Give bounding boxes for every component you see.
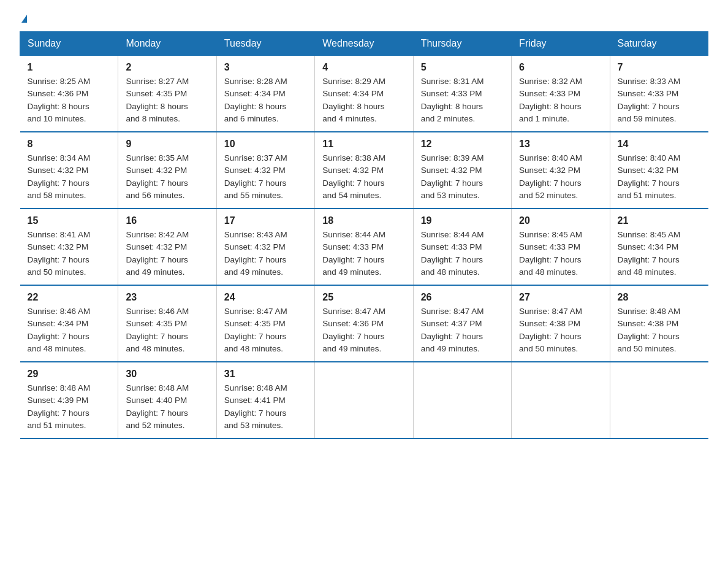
calendar-cell: 14Sunrise: 8:40 AMSunset: 4:32 PMDayligh… <box>610 132 708 209</box>
day-info: Sunrise: 8:46 AMSunset: 4:35 PMDaylight:… <box>126 305 208 355</box>
day-info: Sunrise: 8:29 AMSunset: 4:34 PMDaylight:… <box>322 75 405 125</box>
day-number: 29 <box>28 369 111 380</box>
day-number: 26 <box>421 292 504 303</box>
day-number: 21 <box>618 215 701 226</box>
calendar-cell: 6Sunrise: 8:32 AMSunset: 4:33 PMDaylight… <box>512 56 610 132</box>
day-number: 11 <box>322 139 405 150</box>
calendar-cell: 8Sunrise: 8:34 AMSunset: 4:32 PMDaylight… <box>20 132 118 209</box>
calendar-cell: 26Sunrise: 8:47 AMSunset: 4:37 PMDayligh… <box>413 285 511 362</box>
day-info: Sunrise: 8:28 AMSunset: 4:34 PMDaylight:… <box>224 75 307 125</box>
calendar-cell: 2Sunrise: 8:27 AMSunset: 4:35 PMDaylight… <box>118 56 216 132</box>
day-number: 23 <box>126 292 208 303</box>
week-row: 29Sunrise: 8:48 AMSunset: 4:39 PMDayligh… <box>20 362 708 439</box>
day-info: Sunrise: 8:43 AMSunset: 4:32 PMDaylight:… <box>224 229 307 278</box>
day-number: 20 <box>519 215 602 226</box>
calendar-cell: 29Sunrise: 8:48 AMSunset: 4:39 PMDayligh… <box>20 362 118 439</box>
day-info: Sunrise: 8:37 AMSunset: 4:32 PMDaylight:… <box>224 152 307 202</box>
calendar-cell: 10Sunrise: 8:37 AMSunset: 4:32 PMDayligh… <box>216 132 314 209</box>
day-number: 5 <box>421 62 504 73</box>
day-info: Sunrise: 8:48 AMSunset: 4:39 PMDaylight:… <box>28 382 111 432</box>
day-number: 9 <box>126 139 208 150</box>
calendar-cell: 12Sunrise: 8:39 AMSunset: 4:32 PMDayligh… <box>413 132 511 209</box>
day-info: Sunrise: 8:39 AMSunset: 4:32 PMDaylight:… <box>421 152 504 202</box>
calendar-cell: 18Sunrise: 8:44 AMSunset: 4:33 PMDayligh… <box>315 209 413 285</box>
calendar-cell: 22Sunrise: 8:46 AMSunset: 4:34 PMDayligh… <box>20 285 118 362</box>
calendar-cell: 21Sunrise: 8:45 AMSunset: 4:34 PMDayligh… <box>610 209 708 285</box>
day-info: Sunrise: 8:33 AMSunset: 4:33 PMDaylight:… <box>618 75 701 125</box>
calendar-cell: 1Sunrise: 8:25 AMSunset: 4:36 PMDaylight… <box>20 56 118 132</box>
day-info: Sunrise: 8:44 AMSunset: 4:33 PMDaylight:… <box>322 229 405 278</box>
calendar-cell: 9Sunrise: 8:35 AMSunset: 4:32 PMDaylight… <box>118 132 216 209</box>
day-info: Sunrise: 8:45 AMSunset: 4:34 PMDaylight:… <box>618 229 701 278</box>
day-number: 28 <box>618 292 701 303</box>
day-info: Sunrise: 8:40 AMSunset: 4:32 PMDaylight:… <box>618 152 701 202</box>
day-number: 10 <box>224 139 307 150</box>
day-info: Sunrise: 8:25 AMSunset: 4:36 PMDaylight:… <box>28 75 111 125</box>
day-number: 19 <box>421 215 504 226</box>
calendar-cell: 15Sunrise: 8:41 AMSunset: 4:32 PMDayligh… <box>20 209 118 285</box>
day-info: Sunrise: 8:47 AMSunset: 4:35 PMDaylight:… <box>224 305 307 355</box>
calendar-cell: 30Sunrise: 8:48 AMSunset: 4:40 PMDayligh… <box>118 362 216 439</box>
calendar-cell: 7Sunrise: 8:33 AMSunset: 4:33 PMDaylight… <box>610 56 708 132</box>
day-number: 4 <box>322 62 405 73</box>
day-info: Sunrise: 8:48 AMSunset: 4:38 PMDaylight:… <box>618 305 701 355</box>
calendar-cell: 27Sunrise: 8:47 AMSunset: 4:38 PMDayligh… <box>512 285 610 362</box>
calendar-cell <box>512 362 610 439</box>
day-number: 16 <box>126 215 208 226</box>
day-number: 31 <box>224 369 307 380</box>
weekday-header-friday: Friday <box>512 32 610 56</box>
day-info: Sunrise: 8:32 AMSunset: 4:33 PMDaylight:… <box>519 75 602 125</box>
weekday-header-tuesday: Tuesday <box>216 32 314 56</box>
day-number: 27 <box>519 292 602 303</box>
calendar-cell: 4Sunrise: 8:29 AMSunset: 4:34 PMDaylight… <box>315 56 413 132</box>
day-info: Sunrise: 8:48 AMSunset: 4:41 PMDaylight:… <box>224 382 307 432</box>
day-number: 6 <box>519 62 602 73</box>
day-number: 2 <box>126 62 208 73</box>
calendar-cell: 5Sunrise: 8:31 AMSunset: 4:33 PMDaylight… <box>413 56 511 132</box>
day-number: 25 <box>322 292 405 303</box>
calendar-cell: 3Sunrise: 8:28 AMSunset: 4:34 PMDaylight… <box>216 56 314 132</box>
day-info: Sunrise: 8:34 AMSunset: 4:32 PMDaylight:… <box>28 152 111 202</box>
day-info: Sunrise: 8:47 AMSunset: 4:37 PMDaylight:… <box>421 305 504 355</box>
day-info: Sunrise: 8:45 AMSunset: 4:33 PMDaylight:… <box>519 229 602 278</box>
week-row: 8Sunrise: 8:34 AMSunset: 4:32 PMDaylight… <box>20 132 708 209</box>
calendar-cell: 25Sunrise: 8:47 AMSunset: 4:36 PMDayligh… <box>315 285 413 362</box>
calendar-cell: 23Sunrise: 8:46 AMSunset: 4:35 PMDayligh… <box>118 285 216 362</box>
day-info: Sunrise: 8:27 AMSunset: 4:35 PMDaylight:… <box>126 75 208 125</box>
week-row: 1Sunrise: 8:25 AMSunset: 4:36 PMDaylight… <box>20 56 708 132</box>
weekday-header-sunday: Sunday <box>20 32 118 56</box>
day-number: 18 <box>322 215 405 226</box>
day-info: Sunrise: 8:44 AMSunset: 4:33 PMDaylight:… <box>421 229 504 278</box>
logo <box>20 15 27 24</box>
calendar-table: SundayMondayTuesdayWednesdayThursdayFrid… <box>20 31 708 439</box>
day-info: Sunrise: 8:48 AMSunset: 4:40 PMDaylight:… <box>126 382 208 432</box>
day-number: 12 <box>421 139 504 150</box>
calendar-cell: 17Sunrise: 8:43 AMSunset: 4:32 PMDayligh… <box>216 209 314 285</box>
day-info: Sunrise: 8:31 AMSunset: 4:33 PMDaylight:… <box>421 75 504 125</box>
day-number: 3 <box>224 62 307 73</box>
day-number: 17 <box>224 215 307 226</box>
day-number: 15 <box>28 215 111 226</box>
day-info: Sunrise: 8:40 AMSunset: 4:32 PMDaylight:… <box>519 152 602 202</box>
day-info: Sunrise: 8:41 AMSunset: 4:32 PMDaylight:… <box>28 229 111 278</box>
week-row: 22Sunrise: 8:46 AMSunset: 4:34 PMDayligh… <box>20 285 708 362</box>
calendar-cell: 31Sunrise: 8:48 AMSunset: 4:41 PMDayligh… <box>216 362 314 439</box>
day-number: 7 <box>618 62 701 73</box>
logo-triangle-icon <box>21 15 27 23</box>
day-info: Sunrise: 8:46 AMSunset: 4:34 PMDaylight:… <box>28 305 111 355</box>
weekday-header-thursday: Thursday <box>413 32 511 56</box>
day-info: Sunrise: 8:47 AMSunset: 4:36 PMDaylight:… <box>322 305 405 355</box>
day-info: Sunrise: 8:47 AMSunset: 4:38 PMDaylight:… <box>519 305 602 355</box>
day-number: 14 <box>618 139 701 150</box>
day-number: 13 <box>519 139 602 150</box>
week-row: 15Sunrise: 8:41 AMSunset: 4:32 PMDayligh… <box>20 209 708 285</box>
calendar-cell: 28Sunrise: 8:48 AMSunset: 4:38 PMDayligh… <box>610 285 708 362</box>
calendar-cell <box>315 362 413 439</box>
day-number: 30 <box>126 369 208 380</box>
day-number: 22 <box>28 292 111 303</box>
calendar-cell: 11Sunrise: 8:38 AMSunset: 4:32 PMDayligh… <box>315 132 413 209</box>
calendar-cell: 20Sunrise: 8:45 AMSunset: 4:33 PMDayligh… <box>512 209 610 285</box>
calendar-header: SundayMondayTuesdayWednesdayThursdayFrid… <box>20 32 708 56</box>
calendar-cell <box>610 362 708 439</box>
weekday-header-saturday: Saturday <box>610 32 708 56</box>
